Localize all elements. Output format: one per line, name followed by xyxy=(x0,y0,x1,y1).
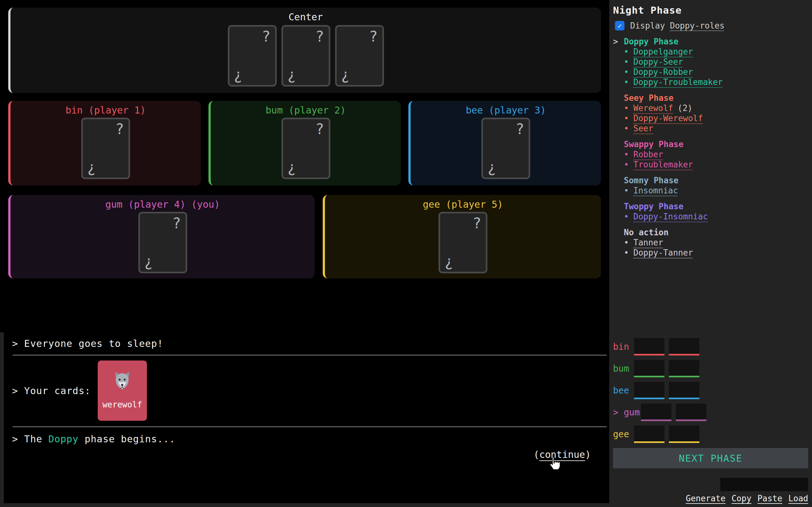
role-link-insomniac[interactable]: Insomniac xyxy=(633,186,678,195)
phase-group-title: No action xyxy=(624,228,669,236)
unknown-card-icon: ¿ xyxy=(341,66,350,83)
role-link-doppy-seer[interactable]: Doppy-Seer xyxy=(633,58,683,66)
role-link-werewolf[interactable]: Werewolf xyxy=(633,104,673,112)
slot-label-gee: gee xyxy=(613,429,633,440)
card-slot[interactable] xyxy=(634,382,664,399)
slot-row-bin: bin xyxy=(613,338,808,355)
center-title: Center xyxy=(10,8,601,22)
center-card-1[interactable]: ? ¿ xyxy=(228,25,277,87)
card-slot[interactable] xyxy=(669,360,699,377)
player-name-gee: gee (player 5) xyxy=(325,195,601,210)
card-slot[interactable] xyxy=(669,382,699,399)
player-panel-gum: gum (player 4) (you) ? ¿ xyxy=(8,195,315,278)
bullet-icon: • xyxy=(624,114,633,122)
phase-group-swappy: Swappy Phase •Robber •Troublemaker xyxy=(613,140,808,169)
player-panel-bin: bin (player 1) ? ¿ xyxy=(8,101,201,185)
player-panel-gee: gee (player 5) ? ¿ xyxy=(323,195,601,278)
center-card-2[interactable]: ? ¿ xyxy=(282,25,330,87)
unknown-card-icon: ¿ xyxy=(87,159,96,176)
unknown-card-icon: ? xyxy=(472,215,481,232)
center-card-3[interactable]: ? ¿ xyxy=(335,25,384,87)
doppy-roles-term[interactable]: Doppy-roles xyxy=(670,21,724,31)
bullet-icon: • xyxy=(624,124,633,132)
log-line-sleep: > Everyone goes to sleep! xyxy=(12,338,609,349)
unknown-card-icon: ? xyxy=(315,120,324,137)
active-phase-marker: > xyxy=(613,38,624,46)
unknown-card-icon: ¿ xyxy=(288,159,296,176)
role-link-doppy-werewolf[interactable]: Doppy-Werewolf xyxy=(633,114,703,122)
slot-label-bee: bee xyxy=(613,385,633,396)
copy-link[interactable]: Copy xyxy=(731,494,751,503)
bullet-icon: • xyxy=(624,248,633,257)
state-textarea[interactable] xyxy=(720,478,808,491)
card-slot[interactable] xyxy=(669,338,699,355)
role-link-doppy-tanner[interactable]: Doppy-Tanner xyxy=(633,248,693,257)
continue-button[interactable]: (continue) xyxy=(534,449,591,460)
player-name-bin: bin (player 1) xyxy=(10,101,201,116)
role-link-troublemaker[interactable]: Troublemaker xyxy=(633,160,693,169)
bullet-icon: • xyxy=(624,150,633,159)
unknown-card-icon: ¿ xyxy=(144,253,153,270)
role-link-tanner[interactable]: Tanner xyxy=(633,238,663,247)
bullet-icon: • xyxy=(624,104,633,112)
role-link-robber[interactable]: Robber xyxy=(633,150,663,159)
role-count: (2) xyxy=(677,104,692,112)
phase-group-twoppy: Twoppy Phase •Doppy-Insomniac xyxy=(613,202,808,221)
phase-group-seey: Seey Phase •Werewolf(2) •Doppy-Werewolf … xyxy=(613,94,808,132)
sidebar-title: Night Phase xyxy=(613,4,808,16)
phase-group-title: Seey Phase xyxy=(624,94,674,102)
role-link-doppelganger[interactable]: Doppelganger xyxy=(633,48,693,56)
slot-row-bum: bum xyxy=(613,360,808,377)
bullet-icon: • xyxy=(624,48,633,56)
player-card-bum[interactable]: ? ¿ xyxy=(282,118,330,179)
card-slot[interactable] xyxy=(641,404,671,421)
slot-row-bee: bee xyxy=(613,382,808,399)
next-phase-button[interactable]: NEXT PHASE xyxy=(613,448,808,468)
slot-label-bum: bum xyxy=(613,363,633,374)
card-slot[interactable] xyxy=(669,426,699,443)
card-slot[interactable] xyxy=(634,338,664,355)
load-link[interactable]: Load xyxy=(788,494,808,503)
role-link-seer[interactable]: Seer xyxy=(633,124,653,132)
werewolf-card-label: werewolf xyxy=(102,400,142,409)
unknown-card-icon: ? xyxy=(115,120,124,137)
footer-links: Generate Copy Paste Load xyxy=(686,494,808,503)
player-card-bin[interactable]: ? ¿ xyxy=(81,118,130,179)
player-card-gee[interactable]: ? ¿ xyxy=(439,212,488,273)
phase-group-doppy: >Doppy Phase •Doppelganger •Doppy-Seer •… xyxy=(613,38,808,86)
slot-label-gum: > gum xyxy=(613,407,640,417)
card-slot[interactable] xyxy=(634,426,664,443)
game-board-area: Center ? ¿ ? ¿ ? ¿ xyxy=(0,0,609,507)
unknown-card-icon: ¿ xyxy=(488,159,496,176)
player-name-bee: bee (player 3) xyxy=(411,101,601,116)
role-link-doppy-troublemaker[interactable]: Doppy-Troublemaker xyxy=(633,78,723,86)
center-cards: ? ¿ ? ¿ ? ¿ xyxy=(10,25,601,87)
generate-link[interactable]: Generate xyxy=(686,494,725,503)
unknown-card-icon: ? xyxy=(369,28,378,45)
player-name-bum: bum (player 2) xyxy=(211,101,401,116)
bullet-icon: • xyxy=(624,68,633,76)
phase-group-title: Somny Phase xyxy=(624,176,678,184)
display-doppy-roles-checkbox[interactable]: ✓ xyxy=(615,21,624,31)
phase-group-title: Swappy Phase xyxy=(624,140,683,149)
display-doppy-roles-row: ✓ Display Doppy-roles xyxy=(615,21,808,31)
role-link-doppy-robber[interactable]: Doppy-Robber xyxy=(633,68,693,76)
card-slot[interactable] xyxy=(634,360,664,377)
card-slot[interactable] xyxy=(676,404,706,421)
player-row-1: bin (player 1) ? ¿ bum (player 2) ? ¿ xyxy=(8,101,601,185)
player-card-bee[interactable]: ? ¿ xyxy=(481,118,530,179)
player-card-gum[interactable]: ? ¿ xyxy=(138,212,187,273)
unknown-card-icon: ¿ xyxy=(288,66,296,83)
unknown-card-icon: ? xyxy=(172,215,181,232)
phase-group-title: Twoppy Phase xyxy=(624,202,683,211)
unknown-card-icon: ¿ xyxy=(445,253,453,270)
bullet-icon: • xyxy=(624,186,633,195)
player-name-gum: gum (player 4) (you) xyxy=(10,195,315,210)
bullet-icon: • xyxy=(624,160,633,169)
slot-row-gee: gee xyxy=(613,426,808,443)
boards: Center ? ¿ ? ¿ ? ¿ xyxy=(0,0,609,278)
player-panel-bum: bum (player 2) ? ¿ xyxy=(208,101,401,185)
paste-link[interactable]: Paste xyxy=(757,494,782,503)
role-link-doppy-insomniac[interactable]: Doppy-Insomniac xyxy=(633,213,708,221)
log-divider xyxy=(13,427,607,427)
